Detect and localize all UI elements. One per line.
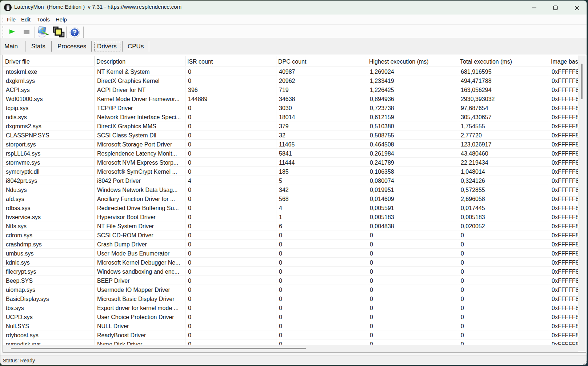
svg-text:?: ? (72, 28, 77, 36)
